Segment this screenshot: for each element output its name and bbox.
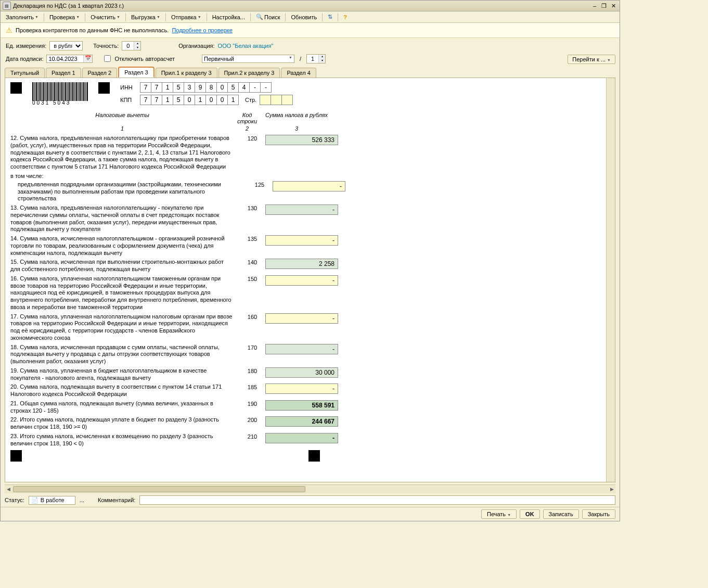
row-sum-input[interactable]: 558 591 xyxy=(265,400,338,411)
goto-button[interactable]: Перейти к ... ▼ xyxy=(568,55,615,64)
search-icon: 🔍 xyxy=(256,14,263,20)
fill-button[interactable]: Заполнить▼ xyxy=(3,13,42,21)
row-sum-input[interactable]: 244 667 xyxy=(265,416,338,427)
tab-Прил.1-к-разделу-3[interactable]: Прил.1 к разделу 3 xyxy=(156,68,217,78)
marker-bottom-left xyxy=(10,450,22,462)
help-button[interactable]: ? xyxy=(340,13,350,21)
doc-type-select[interactable]: Первичный ▼ xyxy=(202,55,294,63)
tab-Титульный[interactable]: Титульный xyxy=(5,68,45,78)
date-input[interactable] xyxy=(47,55,83,62)
spin-down[interactable]: ▾ xyxy=(134,46,140,50)
row-sum-input[interactable]: - xyxy=(265,433,338,443)
row-sum-input[interactable]: - xyxy=(265,384,338,394)
bottombar: Печать ▼ OK Записать Закрыть xyxy=(1,507,620,521)
save-button[interactable]: Записать xyxy=(543,509,579,519)
correction-spinner[interactable]: ▴▾ xyxy=(306,54,326,63)
close-bottom-button[interactable]: Закрыть xyxy=(582,509,615,519)
clear-button[interactable]: Очистить▼ xyxy=(87,13,123,21)
row-code: 170 xyxy=(239,344,265,351)
comment-input[interactable] xyxy=(139,495,615,505)
page-cells xyxy=(260,95,293,105)
row-code: 210 xyxy=(239,433,265,440)
export-button[interactable]: Выгрузка▼ xyxy=(128,13,163,21)
tab-Раздел-1[interactable]: Раздел 1 xyxy=(46,68,81,78)
precision-input[interactable] xyxy=(122,42,134,49)
col-header-2: Код строки xyxy=(234,112,260,124)
kpp-label: КПП xyxy=(120,97,137,103)
send-button[interactable]: Отправка▼ xyxy=(168,13,204,21)
refresh-button[interactable]: Обновить xyxy=(288,13,320,21)
table-row: 23. Итого сумма налога, исчисленная к во… xyxy=(10,433,601,448)
window: ▤ Декларация по НДС (за 1 квартал 2023 г… xyxy=(0,0,620,521)
row-desc: 17. Сумма налога, уплаченная налогоплате… xyxy=(10,313,239,342)
status-ellipsis[interactable]: ... xyxy=(80,497,84,503)
table-row: 18. Сумма налога, исчисленная продавцом … xyxy=(10,344,601,365)
close-button[interactable]: ✕ xyxy=(609,2,617,9)
row-sum-input[interactable]: 30 000 xyxy=(265,367,338,378)
doc-status-icon: 📄 xyxy=(31,497,38,504)
barcode-block: 0031 5043 xyxy=(32,82,88,106)
params: Ед. измерения: в рублях Точность: ▴▾ Орг… xyxy=(1,38,620,67)
tab-Раздел-3[interactable]: Раздел 3 xyxy=(118,67,155,78)
status-field[interactable]: 📄 В работе xyxy=(29,496,75,505)
org-label: Организация: xyxy=(178,43,214,49)
inn-label: ИНН xyxy=(120,84,137,91)
arrows-icon-button[interactable]: ⇅ xyxy=(325,12,336,21)
horizontal-scrollbar[interactable]: ◀ ▶ xyxy=(5,484,615,493)
titlebar: ▤ Декларация по НДС (за 1 квартал 2023 г… xyxy=(1,1,620,11)
vertical-scrollbar[interactable] xyxy=(606,78,615,482)
tab-Раздел-2[interactable]: Раздел 2 xyxy=(82,68,118,78)
correction-input[interactable] xyxy=(307,55,318,62)
row-sum-input[interactable]: 2 258 xyxy=(265,259,338,269)
calendar-icon[interactable]: 📅 xyxy=(83,55,92,62)
row-sum-input[interactable]: - xyxy=(265,235,338,246)
maximize-button[interactable]: ❐ xyxy=(600,2,608,9)
row-desc: 14. Сумма налога, исчисленная налогоплат… xyxy=(10,235,239,257)
date-label: Дата подписи: xyxy=(6,56,43,62)
statusbar: Статус: 📄 В работе ... Комментарий: xyxy=(1,493,620,507)
intom-label: в том числе: xyxy=(10,173,601,179)
org-link[interactable]: ООО "Белая акация" xyxy=(218,43,274,49)
print-button[interactable]: Печать ▼ xyxy=(481,509,517,519)
minimize-button[interactable]: – xyxy=(590,2,599,9)
row-desc: 21. Общая сумма налога, подлежащая вычет… xyxy=(10,400,239,415)
row-code: 135 xyxy=(239,235,265,242)
row-sum-input[interactable]: - xyxy=(265,204,338,215)
tab-Прил.2-к-разделу-3[interactable]: Прил.2 к разделу 3 xyxy=(218,68,280,78)
units-select[interactable]: в рублях xyxy=(49,41,83,50)
row-desc: 16. Сумма налога, уплаченная налогоплате… xyxy=(10,275,239,311)
autocalc-checkbox[interactable]: Отключить авторасчет xyxy=(102,54,175,63)
row-code: 125 xyxy=(247,181,273,188)
units-label: Ед. измерения: xyxy=(6,43,46,49)
col-header-3: Сумма налога в рублях xyxy=(260,112,333,124)
tab-Раздел-4[interactable]: Раздел 4 xyxy=(281,68,316,78)
table-row: 21. Общая сумма налога, подлежащая вычет… xyxy=(10,400,601,415)
search-button[interactable]: 🔍Поиск xyxy=(253,12,283,21)
warning-link[interactable]: Подробнее о проверке xyxy=(172,27,232,33)
settings-button[interactable]: Настройка... xyxy=(209,13,248,21)
window-title: Декларация по НДС (за 1 квартал 2023 г.) xyxy=(13,3,589,9)
table-row: 16. Сумма налога, уплаченная налогоплате… xyxy=(10,275,601,311)
row-desc: 13. Сумма налога, предъявленная налогопл… xyxy=(10,204,239,233)
row-sum-input[interactable]: 526 333 xyxy=(265,135,338,145)
inn-cells: 7715398054-- xyxy=(140,82,272,93)
precision-spinner[interactable]: ▴▾ xyxy=(122,41,141,50)
warning-text: Проверка контрагентов по данным ФНС не в… xyxy=(16,27,169,33)
spin-up[interactable]: ▴ xyxy=(134,42,140,46)
row-sum-input[interactable]: - xyxy=(265,275,338,286)
check-button[interactable]: Проверка▼ xyxy=(46,13,83,21)
row-code: 120 xyxy=(239,135,265,142)
row-sum-input[interactable]: - xyxy=(265,313,338,324)
marker-top-left xyxy=(10,82,22,94)
ok-button[interactable]: OK xyxy=(520,509,540,519)
app-icon: ▤ xyxy=(3,2,11,10)
row-sum-input[interactable]: - xyxy=(265,344,338,354)
marker-top-right xyxy=(98,82,110,94)
comment-label: Комментарий: xyxy=(98,497,135,503)
row-code: 190 xyxy=(239,400,265,407)
rows: 12. Сумма налога, предъявленная налогопл… xyxy=(10,135,601,447)
table-row: предъявленная подрядными организациями (… xyxy=(10,181,601,202)
col-header-1: Налоговые вычеты xyxy=(10,112,234,124)
table-row: 22. Итого сумма налога, подлежащая уплат… xyxy=(10,416,601,431)
row-sum-input[interactable]: - xyxy=(273,181,345,191)
